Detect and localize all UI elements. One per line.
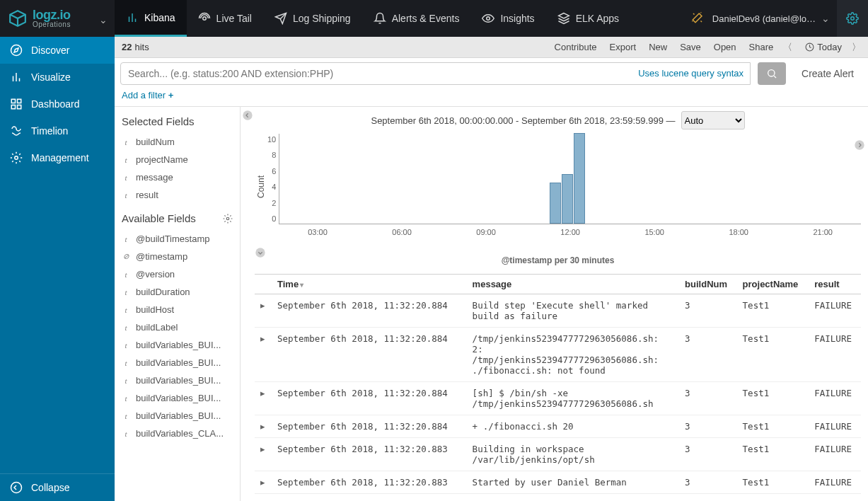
field-item[interactable]: tbuildLabel (115, 318, 240, 336)
field-item[interactable]: tbuildVariables_CLA... (115, 425, 240, 442)
sidebar-collapse[interactable]: Collapse (0, 473, 115, 501)
username-label[interactable]: DanielDev8 (daniel@lo… (712, 13, 821, 24)
field-type-icon: t (122, 191, 130, 200)
expand-row-icon[interactable]: ▸ (255, 294, 272, 328)
settings-button[interactable] (837, 0, 868, 37)
table-row: ▸September 6th 2018, 11:30:00.679+ echo … (255, 494, 861, 502)
cell-buildNum: 3 (679, 294, 736, 328)
nav-kibana[interactable]: Kibana (115, 0, 187, 37)
gear-icon[interactable] (223, 214, 233, 224)
field-type-icon: t (122, 138, 130, 146)
expand-row-icon[interactable]: ▸ (255, 382, 272, 415)
cell-message: Build step 'Execute shell' marked build … (467, 294, 679, 328)
sidebar-item-management[interactable]: Management (0, 144, 115, 171)
collapse-icon (10, 481, 23, 494)
field-type-icon: t (122, 412, 130, 420)
table-row: ▸September 6th 2018, 11:32:20.884Build s… (255, 294, 861, 328)
field-name: buildVariables_BUI... (136, 410, 221, 421)
link-save[interactable]: Save (680, 42, 701, 52)
nav-alerts[interactable]: Alerts & Events (362, 0, 471, 37)
cell-message: + ./fibonacci.sh 20 (467, 415, 679, 438)
sidebar-item-label: Discover (31, 45, 69, 56)
expand-row-icon[interactable]: ▸ (255, 438, 272, 471)
lucene-syntax-link[interactable]: Uses lucene query syntax (638, 68, 743, 79)
collapse-left-icon[interactable] (242, 110, 253, 123)
column-header[interactable]: projectName (737, 275, 809, 294)
link-open[interactable]: Open (714, 42, 736, 52)
nav-label: Alerts & Events (392, 13, 460, 24)
column-header[interactable]: message (467, 275, 679, 294)
search-button[interactable] (758, 62, 786, 85)
eye-icon (482, 12, 494, 25)
sidebar-item-visualize[interactable]: Visualize (0, 64, 115, 91)
timepicker-today[interactable]: Today (805, 42, 842, 52)
field-type-icon: t (122, 376, 130, 385)
field-item[interactable]: tbuildHost (115, 301, 240, 318)
column-header[interactable]: Time▾ (272, 275, 467, 294)
main-area: 22 hits Contribute Export New Save Open … (115, 37, 868, 501)
chevron-down-icon[interactable]: ⌄ (821, 13, 837, 24)
chart-bar[interactable] (574, 133, 585, 224)
add-filter-link[interactable]: Add a filter + (122, 90, 173, 100)
interval-select[interactable]: Auto (681, 111, 745, 129)
sidebar-item-dashboard[interactable]: Dashboard (0, 91, 115, 117)
table-row: ▸September 6th 2018, 11:32:20.884[sh] $ … (255, 382, 861, 415)
nav-insights[interactable]: Insights (470, 0, 545, 37)
field-type-icon: t (122, 288, 130, 296)
chart-bar[interactable] (562, 174, 573, 224)
cell-result: FAILURE (809, 294, 861, 328)
column-header[interactable]: buildNum (679, 275, 736, 294)
expand-row-icon[interactable]: ▸ (255, 494, 272, 502)
cell-projectName: Test1 (737, 415, 809, 438)
nav-logshipping[interactable]: Log Shipping (263, 0, 362, 37)
nav-livetail[interactable]: Live Tail (187, 0, 263, 37)
field-item[interactable]: t@version (115, 265, 240, 283)
expand-row-icon[interactable]: ▸ (255, 328, 272, 382)
left-sidebar: Discover Visualize Dashboard Timelion Ma… (0, 37, 115, 501)
gear-icon (10, 151, 23, 164)
expand-row-icon[interactable]: ▸ (255, 415, 272, 438)
selected-fields-header: Selected Fields (115, 107, 240, 133)
chart-bar[interactable] (550, 183, 561, 224)
link-contribute[interactable]: Contribute (555, 42, 597, 52)
bars-icon (126, 11, 139, 24)
sidebar-item-discover[interactable]: Discover (0, 37, 115, 64)
top-nav: logz.io Operations ⌄ Kibana Live Tail Lo… (0, 0, 868, 37)
field-item[interactable]: tbuildNum (115, 133, 240, 151)
field-item[interactable]: tmessage (115, 168, 240, 186)
magic-wand-icon[interactable] (683, 11, 712, 26)
plane-icon (274, 12, 287, 25)
svg-point-21 (768, 70, 775, 76)
field-item[interactable]: t@buildTimestamp (115, 230, 240, 248)
field-item[interactable]: tprojectName (115, 151, 240, 168)
expand-row-icon[interactable]: ▸ (255, 471, 272, 494)
time-range-header: September 6th 2018, 00:00:00.000 - Septe… (255, 111, 861, 129)
field-item[interactable]: tbuildVariables_BUI... (115, 372, 240, 389)
field-type-icon: t (122, 306, 130, 314)
column-header[interactable]: result (809, 275, 861, 294)
time-prev-icon[interactable]: 〈 (783, 41, 792, 54)
field-item[interactable]: tbuildVariables_BUI... (115, 389, 240, 407)
create-alert-button[interactable]: Create Alert (793, 62, 862, 85)
field-item[interactable]: tbuildVariables_BUI... (115, 336, 240, 354)
logo-block[interactable]: logz.io Operations ⌄ (0, 0, 115, 37)
field-item[interactable]: tbuildVariables_BUI... (115, 407, 240, 425)
nav-elkapps[interactable]: ELK Apps (546, 0, 631, 37)
field-item[interactable]: ⊘@timestamp (115, 248, 240, 265)
field-item[interactable]: tresult (115, 186, 240, 204)
collapse-down-icon[interactable] (255, 247, 266, 260)
link-new[interactable]: New (649, 42, 667, 52)
link-share[interactable]: Share (749, 42, 774, 52)
field-item[interactable]: tbuildDuration (115, 283, 240, 301)
field-name: @version (136, 269, 175, 280)
cell-result: FAILURE (809, 328, 861, 382)
table-body: ▸September 6th 2018, 11:32:20.884Build s… (255, 294, 861, 502)
field-item[interactable]: tbuildVariables_BUI... (115, 354, 240, 372)
link-export[interactable]: Export (610, 42, 637, 52)
time-next-icon[interactable]: 〉 (852, 41, 861, 54)
sidebar-item-timelion[interactable]: Timelion (0, 117, 115, 144)
chart-plot[interactable]: 03:0006:0009:0012:0015:0018:0021:00 (279, 134, 861, 224)
cell-time: September 6th 2018, 11:32:20.883 (272, 471, 467, 494)
field-name: buildVariables_BUI... (136, 340, 221, 350)
chevron-down-icon[interactable]: ⌄ (99, 14, 108, 25)
